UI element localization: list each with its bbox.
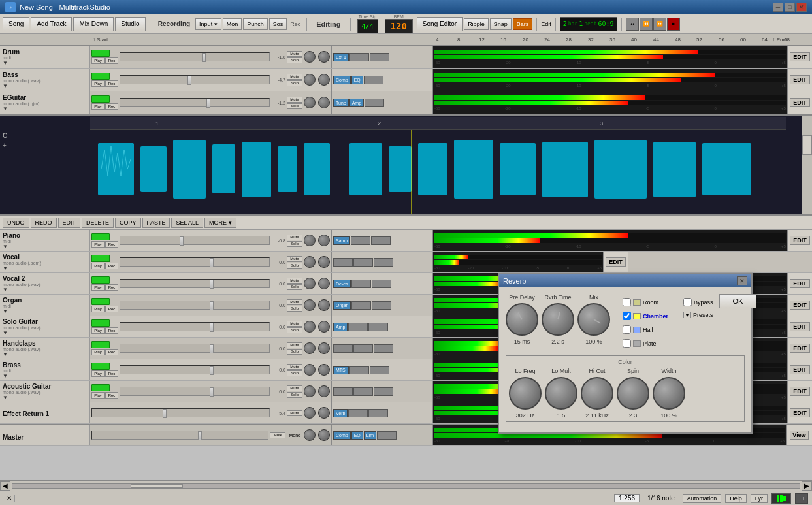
vocal2-green-btn[interactable]: [91, 276, 110, 284]
mon-button[interactable]: Mon: [223, 18, 242, 30]
delete-button[interactable]: DELETE: [82, 218, 114, 228]
lo-freq-knob[interactable]: [509, 377, 542, 410]
solo-guitar-amp-plugin[interactable]: Amp: [333, 323, 348, 331]
piano-vol-knob[interactable]: [318, 235, 330, 246]
piano-fader-thumb[interactable]: [180, 236, 184, 246]
vocal2-solo-btn[interactable]: Solo: [287, 284, 302, 290]
vocal2-fader[interactable]: [120, 279, 270, 288]
vocal-solo-btn[interactable]: Solo: [287, 263, 302, 269]
paste-button[interactable]: PASTE: [142, 218, 171, 228]
solo-guitar-vol-knob[interactable]: [318, 321, 330, 333]
copy-button[interactable]: COPY: [115, 218, 141, 228]
drum-edit-btn[interactable]: EDIT: [787, 46, 812, 68]
drum-fader[interactable]: [120, 52, 270, 61]
eguitar-play-btn[interactable]: Play: [91, 103, 105, 110]
piano-edit-btn[interactable]: EDIT: [787, 230, 812, 251]
eguitar-tune-plugin[interactable]: Tune: [333, 99, 349, 107]
brass-play-btn[interactable]: Play: [91, 370, 105, 377]
organ-solo-btn[interactable]: Solo: [287, 306, 302, 312]
help-button[interactable]: Help: [725, 494, 747, 503]
handclaps-rec-btn[interactable]: Rec: [105, 349, 118, 355]
eguitar-mute-btn[interactable]: Mute: [287, 97, 302, 103]
hall-checkbox[interactable]: [623, 325, 631, 334]
master-fader[interactable]: [91, 431, 268, 440]
master-comp-plugin[interactable]: Comp: [333, 431, 351, 440]
vocal-fader-thumb[interactable]: [210, 258, 214, 267]
handclaps-mute-btn[interactable]: Mute: [287, 342, 302, 348]
waveform-vscroll[interactable]: [802, 116, 812, 214]
lyr-button[interactable]: Lyr: [751, 494, 768, 503]
effect-return-vol-knob[interactable]: [318, 407, 330, 419]
hi-cut-knob[interactable]: [581, 377, 613, 410]
brass-fader-thumb[interactable]: [210, 366, 214, 375]
vocal2-rec-btn[interactable]: Rec: [105, 284, 118, 291]
reverb-close-btn[interactable]: ✕: [737, 276, 747, 285]
chamber-checkbox[interactable]: [623, 312, 631, 320]
vocal-green-btn[interactable]: [91, 255, 110, 262]
input-button[interactable]: Input ▾: [195, 18, 221, 30]
hscroll-thumb[interactable]: [131, 484, 183, 488]
eguitar-vol-knob[interactable]: [318, 97, 330, 108]
vocal-rec-btn[interactable]: Rec: [105, 263, 118, 269]
bass-fader[interactable]: [120, 75, 270, 84]
solo-guitar-mute-btn[interactable]: Mute: [287, 321, 302, 327]
vocal2-mute-btn[interactable]: Mute: [287, 278, 302, 284]
vocal2-fader-thumb[interactable]: [210, 280, 214, 289]
vocal-vol-knob[interactable]: [318, 256, 330, 268]
bass-solo-btn[interactable]: Solo: [287, 80, 302, 86]
acoustic-guitar-edit-btn[interactable]: EDIT: [787, 381, 812, 402]
piano-green-btn[interactable]: [91, 233, 110, 240]
piano-solo-btn[interactable]: Solo: [287, 241, 302, 247]
bass-eq-plugin[interactable]: EQ: [351, 76, 363, 84]
lo-mult-knob[interactable]: [545, 377, 577, 410]
maximize-button[interactable]: □: [785, 3, 795, 12]
master-fader-thumb[interactable]: [198, 431, 202, 440]
master-pan-knob[interactable]: [304, 429, 316, 441]
mix-knob[interactable]: [577, 303, 610, 336]
organ-fader-thumb[interactable]: [210, 301, 214, 310]
organ-play-btn[interactable]: Play: [91, 306, 105, 312]
width-knob[interactable]: [653, 377, 685, 410]
vocal2-play-btn[interactable]: Play: [91, 284, 105, 291]
acoustic-guitar-fader[interactable]: [120, 387, 270, 396]
drum-green-btn[interactable]: [91, 50, 110, 57]
screen-icon[interactable]: □: [795, 493, 808, 504]
acoustic-guitar-rec-btn[interactable]: Rec: [105, 392, 118, 399]
pre-delay-knob[interactable]: [506, 303, 538, 336]
effect-return-fader[interactable]: [91, 408, 270, 417]
drum-pan-knob[interactable]: [304, 51, 316, 63]
effect-return-verb-plugin[interactable]: Verb: [333, 409, 348, 417]
drum-solo-btn[interactable]: Solo: [287, 57, 302, 63]
drum-rec-btn[interactable]: Rec: [105, 57, 118, 64]
brass-pan-knob[interactable]: [304, 364, 316, 376]
song-button[interactable]: Song: [3, 17, 29, 31]
solo-guitar-fader-thumb[interactable]: [210, 323, 214, 332]
effect-return-fader-thumb[interactable]: [163, 409, 167, 418]
edit-button[interactable]: EDIT: [58, 218, 81, 228]
vocal2-dees-plugin[interactable]: De-es: [333, 280, 351, 288]
acoustic-guitar-fader-thumb[interactable]: [210, 387, 214, 397]
piano-fader[interactable]: [120, 236, 270, 245]
stop-button[interactable]: ■: [667, 18, 680, 31]
drum-mute-btn[interactable]: Mute: [287, 51, 302, 57]
meters-icon[interactable]: [771, 493, 791, 504]
bass-play-btn[interactable]: Play: [91, 80, 105, 87]
handclaps-edit-btn[interactable]: EDIT: [787, 338, 812, 359]
solo-guitar-fader[interactable]: [120, 322, 270, 331]
effect-return-pan-knob[interactable]: [304, 407, 316, 419]
automation-button[interactable]: Automation: [683, 494, 722, 503]
piano-play-btn[interactable]: Play: [91, 241, 105, 248]
vocal-fader[interactable]: [120, 257, 270, 267]
vocal2-pan-knob[interactable]: [304, 278, 316, 289]
handclaps-vol-knob[interactable]: [318, 342, 330, 354]
organ-rec-btn[interactable]: Rec: [105, 306, 118, 312]
eguitar-rec-btn[interactable]: Rec: [105, 103, 118, 110]
bass-fader-thumb[interactable]: [187, 76, 191, 85]
acoustic-guitar-vol-knob[interactable]: [318, 385, 330, 397]
bars-button[interactable]: Bars: [513, 18, 533, 30]
song-editor-button[interactable]: Song Editor: [417, 17, 463, 31]
eguitar-solo-btn[interactable]: Solo: [287, 103, 302, 109]
brass-mute-btn[interactable]: Mute: [287, 364, 302, 370]
eguitar-fader[interactable]: [120, 98, 270, 107]
handclaps-play-btn[interactable]: Play: [91, 349, 105, 355]
